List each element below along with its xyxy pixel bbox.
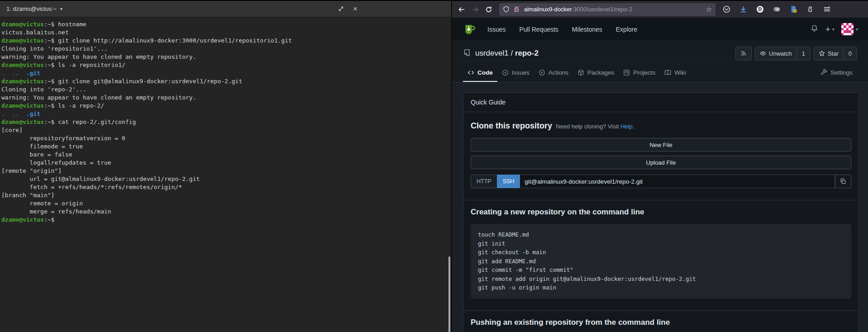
browser-forward-button[interactable] <box>468 3 482 16</box>
unwatch-button[interactable]: Unwatch <box>755 47 796 60</box>
tab-settings-label: Settings <box>830 69 853 76</box>
tab-issues-label: Issues <box>512 69 529 76</box>
nav-item-milestones[interactable]: Milestones <box>572 26 602 33</box>
tab-projects-label: Projects <box>633 69 655 76</box>
code-line: touch README.md <box>478 230 844 239</box>
terminal-line: dzamo@victus:~$ ls -a repo-2/ <box>1 102 450 110</box>
nav-item-explore[interactable]: Explore <box>616 26 637 33</box>
code-icon <box>467 69 474 76</box>
chevron-down-icon: ▾ <box>832 27 835 32</box>
ssh-protocol-button[interactable]: SSH <box>497 175 520 188</box>
clone-url-input[interactable] <box>520 175 835 188</box>
clone-help-prefix: Need help cloning? Visit <box>556 123 619 130</box>
http-protocol-button[interactable]: HTTP <box>471 175 497 188</box>
terminal-line: warning: You appear to have cloned an em… <box>1 94 450 102</box>
tab-issues[interactable]: Issues <box>497 65 534 82</box>
gitea-logo-icon[interactable] <box>462 23 476 36</box>
downloads-icon[interactable] <box>737 3 749 16</box>
code-line: git checkout -b main <box>478 248 844 257</box>
terminal-line: fetch = +refs/heads/*:refs/remotes/origi… <box>1 183 450 191</box>
terminal-line: warning: You appear to have cloned an em… <box>1 53 450 61</box>
extension-d-icon[interactable]: D <box>754 3 766 16</box>
terminal-line: [branch "main"] <box>1 191 450 199</box>
star-button[interactable]: Star <box>814 47 843 60</box>
user-avatar <box>841 23 854 35</box>
browser-reload-button[interactable] <box>482 3 496 16</box>
extension-circles-icon[interactable] <box>770 3 783 16</box>
star-label: Star <box>828 50 839 57</box>
terminal-line: merge = refs/heads/main <box>1 208 450 216</box>
repo-title: usrdevel1 / repo-2 <box>475 49 539 58</box>
repo-tab-bar: Code Issues Actions Packages Projects Wi… <box>452 61 868 82</box>
create-repo-heading: Creating a new repository on the command… <box>471 208 851 217</box>
extensions-puzzle-icon[interactable] <box>804 3 816 16</box>
clone-help-text: Need help cloning? Visit Help. <box>556 123 634 130</box>
play-circle-icon <box>539 69 545 76</box>
terminal-line: . .. .git <box>1 69 450 77</box>
terminal-line: dzamo@victus:~$ <box>1 216 450 224</box>
clone-section: Clone this repository Need help cloning?… <box>463 112 858 200</box>
tab-projects[interactable]: Projects <box>619 65 660 82</box>
watchers-count[interactable]: 1 <box>796 47 810 60</box>
screen: 1: dzamo@victus:~ ▾ × dzamo@victus:~$ ho… <box>0 0 868 332</box>
shield-icon[interactable] <box>503 6 510 13</box>
terminal-dropdown-caret-icon[interactable]: ▾ <box>60 6 62 11</box>
create-repo-section: Creating a new repository on the command… <box>463 200 858 310</box>
extension-document-icon[interactable] <box>787 3 800 16</box>
tab-wiki-label: Wiki <box>674 69 686 76</box>
terminal-line: dzamo@victus:~$ cat repo-2/.git/config <box>1 118 450 126</box>
terminal-line: Cloning into 'repo-2'... <box>1 85 450 94</box>
repo-title-slash: / <box>509 49 515 57</box>
nav-item-issues[interactable]: Issues <box>487 26 506 33</box>
tab-code[interactable]: Code <box>463 65 497 82</box>
terminal-line: dzamo@victus:~$ git clone http://almalin… <box>1 37 450 45</box>
url-text[interactable]: almalinux9-docker:3000/usrdevel1/repo-2 <box>524 6 706 13</box>
user-menu[interactable]: ▾ <box>841 23 858 35</box>
issue-circle-icon <box>502 69 509 76</box>
browser-url-bar[interactable]: almalinux9-docker:3000/usrdevel1/repo-2 … <box>499 3 715 16</box>
rss-feed-button[interactable] <box>735 47 752 60</box>
terminal-line: dzamo@victus:~$ ls -a repositorio1/ <box>1 61 450 69</box>
terminal-scrollbar-thumb[interactable] <box>448 256 450 332</box>
repo-content: Quick Guide Clone this repository Need h… <box>452 82 868 332</box>
terminal-restore-icon[interactable] <box>337 5 344 13</box>
tab-wiki[interactable]: Wiki <box>660 65 691 82</box>
project-board-icon <box>623 69 630 76</box>
terminal-line: [remote "origin"] <box>1 167 450 175</box>
terminal-line: victus.balaitus.net <box>1 28 450 37</box>
tab-settings[interactable]: Settings <box>816 65 857 82</box>
menu-hamburger-icon[interactable] <box>820 3 833 16</box>
rss-icon <box>740 50 747 57</box>
create-repo-code-block[interactable]: touch README.mdgit initgit checkout -b m… <box>471 224 851 299</box>
upload-file-button[interactable]: Upload File <box>471 156 851 169</box>
unwatch-label: Unwatch <box>769 50 792 57</box>
terminal-line: filemode = true <box>1 142 450 151</box>
bookmark-star-icon[interactable]: ☆ <box>706 5 712 14</box>
chevron-down-icon: ▾ <box>856 27 858 32</box>
star-button-group: Star 0 <box>814 47 857 60</box>
terminal-title: 1: dzamo@victus:~ <box>6 5 57 12</box>
new-file-button[interactable]: New File <box>471 138 851 152</box>
browser-back-button[interactable] <box>455 3 468 16</box>
terminal-close-icon[interactable]: × <box>352 5 359 13</box>
create-new-button[interactable]: +▾ <box>825 24 835 34</box>
terminal-line: dzamo@victus:~$ git clone git@almalinux9… <box>1 77 450 85</box>
terminal-line: Cloning into 'repositorio1'... <box>1 45 450 53</box>
repo-owner-link[interactable]: usrdevel1 <box>475 49 509 57</box>
notifications-bell-icon[interactable] <box>811 24 818 34</box>
clone-heading: Clone this repository <box>471 121 552 131</box>
help-link[interactable]: Help <box>620 123 633 130</box>
clone-url-row: HTTP SSH <box>471 175 851 188</box>
terminal-window: 1: dzamo@victus:~ ▾ × dzamo@victus:~$ ho… <box>0 0 451 332</box>
terminal-output[interactable]: dzamo@victus:~$ hostnamevictus.balaitus.… <box>0 17 451 224</box>
stars-count[interactable]: 0 <box>843 47 857 60</box>
tab-packages[interactable]: Packages <box>573 65 619 82</box>
pocket-icon[interactable] <box>720 3 733 16</box>
push-repo-section: Pushing an existing repository from the … <box>463 310 858 332</box>
copy-url-button[interactable] <box>835 175 851 188</box>
nav-item-pull-requests[interactable]: Pull Requests <box>519 26 558 33</box>
insecure-lock-icon[interactable] <box>513 6 520 13</box>
tab-actions[interactable]: Actions <box>534 65 573 82</box>
repo-name-link[interactable]: repo-2 <box>515 49 539 57</box>
terminal-line: bare = false <box>1 151 450 159</box>
